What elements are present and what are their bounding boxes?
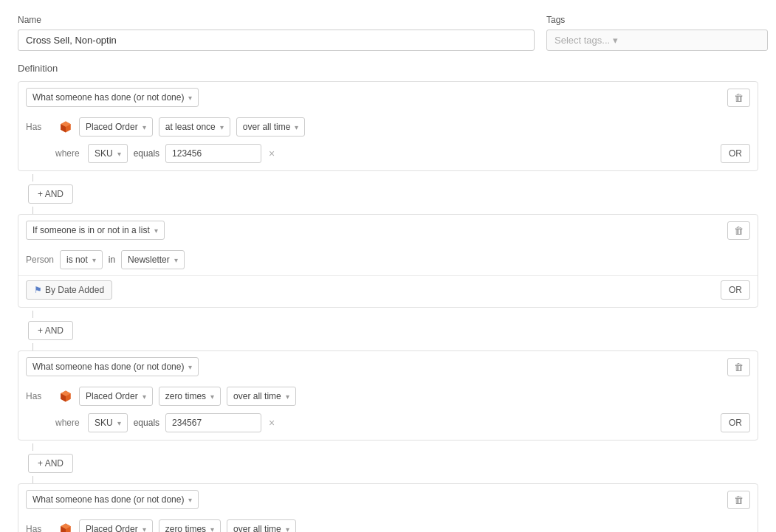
event-label-1: Placed Order <box>86 122 138 132</box>
in-label-2: in <box>109 255 115 265</box>
time-label-1: over all time <box>243 122 291 132</box>
event-select-1[interactable]: Placed Order ▾ <box>79 117 153 137</box>
or-button-2[interactable]: OR <box>721 280 750 300</box>
time-caret-4: ▾ <box>286 525 289 533</box>
delete-block-2[interactable]: 🗑 <box>727 221 750 240</box>
condition-type-select-1[interactable]: What someone has done (or not done) ▾ <box>26 88 199 107</box>
definition-label: Definition <box>18 63 758 74</box>
property-caret-1: ▾ <box>117 150 121 158</box>
frequency-caret-3: ▾ <box>210 393 214 401</box>
magento-icon-1 <box>58 120 73 134</box>
condition-type-select-3[interactable]: What someone has done (or not done) ▾ <box>26 357 199 376</box>
event-caret-3: ▾ <box>143 393 146 401</box>
isnot-select-2[interactable]: is not ▾ <box>60 250 103 269</box>
delete-block-3[interactable]: 🗑 <box>727 358 750 376</box>
or-button-3[interactable]: OR <box>721 413 750 432</box>
value-input-1[interactable] <box>165 144 261 163</box>
event-caret-1: ▾ <box>143 123 146 131</box>
condition-block-4: What someone has done (or not done) ▾ 🗑 … <box>18 483 758 532</box>
connector-line-2b <box>32 343 33 350</box>
value-input-3[interactable] <box>165 413 261 432</box>
condition-type-caret-1: ▾ <box>188 94 192 102</box>
property-select-1[interactable]: SKU ▾ <box>88 144 128 163</box>
event-label-3: Placed Order <box>86 391 138 401</box>
condition-type-caret-3: ▾ <box>188 363 192 371</box>
tags-placeholder: Select tags... <box>554 35 610 46</box>
condition-type-label-1: What someone has done (or not done) <box>32 92 184 103</box>
condition-type-label-3: What someone has done (or not done) <box>32 362 184 372</box>
connector-line-3 <box>32 443 33 451</box>
condition-type-label-4: What someone has done (or not done) <box>32 494 184 505</box>
time-caret-1: ▾ <box>295 123 298 131</box>
condition-type-caret-4: ▾ <box>188 496 192 504</box>
date-filter-btn-2[interactable]: ⚑ By Date Added <box>26 280 112 300</box>
time-label-3: over all time <box>233 391 281 401</box>
condition-type-select-2[interactable]: If someone is in or not in a list ▾ <box>26 221 165 240</box>
condition-type-select-4[interactable]: What someone has done (or not done) ▾ <box>26 490 199 509</box>
clear-value-3[interactable]: × <box>267 416 276 429</box>
connector-line-3b <box>32 476 33 483</box>
connector-line-1b <box>32 207 33 214</box>
event-select-4[interactable]: Placed Order ▾ <box>79 519 153 532</box>
time-select-1[interactable]: over all time ▾ <box>236 117 306 137</box>
list-caret-2: ▾ <box>174 256 178 264</box>
time-select-4[interactable]: over all time ▾ <box>227 519 296 532</box>
isnot-label-2: is not <box>66 255 88 265</box>
and-button-3[interactable]: + AND <box>28 454 73 473</box>
frequency-select-3[interactable]: zero times ▾ <box>159 387 221 406</box>
time-select-3[interactable]: over all time ▾ <box>227 387 296 406</box>
condition-block-2: If someone is in or not in a list ▾ 🗑 Pe… <box>18 214 758 308</box>
name-input[interactable] <box>18 30 535 51</box>
has-label-4: Has <box>26 524 52 532</box>
connector-line-2 <box>32 311 33 318</box>
property-label-1: SKU <box>95 148 113 159</box>
property-label-3: SKU <box>95 418 113 428</box>
condition-type-label-2: If someone is in or not in a list <box>32 225 150 235</box>
has-label-3: Has <box>26 391 52 401</box>
tags-label: Tags <box>546 15 768 25</box>
or-button-1[interactable]: OR <box>721 144 750 163</box>
property-select-3[interactable]: SKU ▾ <box>88 413 128 432</box>
frequency-select-1[interactable]: at least once ▾ <box>159 117 230 137</box>
condition-type-caret-2: ▾ <box>154 227 158 235</box>
name-label: Name <box>18 15 535 25</box>
event-caret-4: ▾ <box>143 525 146 533</box>
magento-icon-4 <box>58 522 73 532</box>
operator-label-1: equals <box>134 148 159 159</box>
tags-select[interactable]: Select tags... ▾ <box>546 30 768 51</box>
frequency-select-4[interactable]: zero times ▾ <box>159 519 221 532</box>
delete-block-1[interactable]: 🗑 <box>727 89 750 107</box>
filter-icon-2: ⚑ <box>34 285 42 295</box>
magento-icon-3 <box>58 389 73 404</box>
has-label-1: Has <box>26 122 52 132</box>
time-caret-3: ▾ <box>286 393 289 401</box>
frequency-label-3: zero times <box>165 391 206 401</box>
person-label-2: Person <box>26 255 54 265</box>
condition-block-3: What someone has done (or not done) ▾ 🗑 … <box>18 350 758 441</box>
list-label-2: Newsletter <box>128 255 170 265</box>
delete-icon-4: 🗑 <box>734 494 744 505</box>
time-label-4: over all time <box>233 524 281 532</box>
delete-icon-1: 🗑 <box>734 92 744 103</box>
list-select-2[interactable]: Newsletter ▾ <box>121 250 185 269</box>
and-button-2[interactable]: + AND <box>28 321 73 340</box>
and-button-1[interactable]: + AND <box>28 184 73 204</box>
tags-caret-icon: ▾ <box>613 35 618 46</box>
frequency-label-1: at least once <box>165 122 216 132</box>
event-select-3[interactable]: Placed Order ▾ <box>79 387 153 406</box>
where-label-3: where <box>55 418 82 428</box>
delete-icon-3: 🗑 <box>734 362 744 373</box>
delete-block-4[interactable]: 🗑 <box>727 491 750 509</box>
delete-icon-2: 🗑 <box>734 225 744 236</box>
connector-line-1 <box>32 174 33 182</box>
date-filter-label-2: By Date Added <box>45 285 104 295</box>
frequency-label-4: zero times <box>165 524 206 532</box>
isnot-caret-2: ▾ <box>92 256 96 264</box>
where-label-1: where <box>55 148 82 159</box>
clear-value-1[interactable]: × <box>267 147 276 160</box>
frequency-caret-4: ▾ <box>210 525 214 533</box>
frequency-caret-1: ▾ <box>220 123 224 131</box>
operator-label-3: equals <box>134 418 159 428</box>
condition-block-1: What someone has done (or not done) ▾ 🗑 … <box>18 81 758 171</box>
event-label-4: Placed Order <box>86 524 138 532</box>
